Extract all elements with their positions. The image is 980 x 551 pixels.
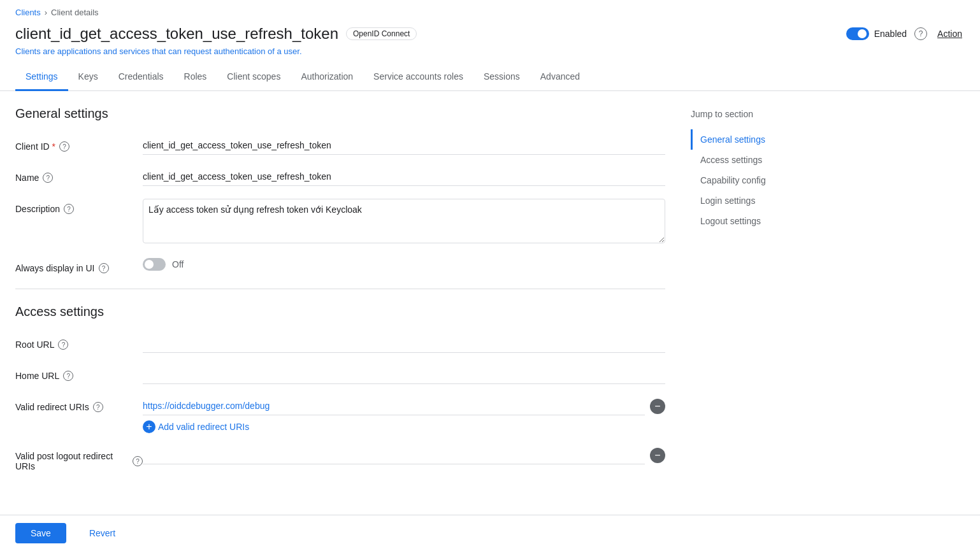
header-actions: Enabled ? Action <box>846 26 965 41</box>
valid-post-logout-help-icon[interactable]: ? <box>133 456 143 466</box>
save-button[interactable]: Save <box>15 523 66 535</box>
valid-post-logout-field <box>143 446 665 464</box>
client-id-field <box>143 136 665 155</box>
home-url-field <box>143 366 665 384</box>
valid-redirect-uris-field: + Add valid redirect URIs <box>143 397 665 433</box>
redirect-uri-input[interactable] <box>143 397 645 415</box>
tab-roles[interactable]: Roles <box>174 64 217 91</box>
header-help-icon[interactable]: ? <box>914 27 927 40</box>
post-logout-uri-row <box>143 446 665 464</box>
jump-item-login-settings[interactable]: Login settings <box>691 190 831 211</box>
revert-button[interactable]: Revert <box>74 523 131 535</box>
client-id-row: Client ID ? <box>15 136 665 155</box>
root-url-label: Root URL ? <box>15 334 143 350</box>
tab-client-scopes[interactable]: Client scopes <box>217 64 291 91</box>
tab-advanced[interactable]: Advanced <box>530 64 590 91</box>
section-divider <box>15 289 665 289</box>
client-id-help-icon[interactable]: ? <box>59 141 69 152</box>
name-input[interactable] <box>143 168 665 186</box>
root-url-input[interactable] <box>143 334 665 353</box>
always-display-value: Off <box>172 259 184 269</box>
tab-authorization[interactable]: Authorization <box>291 64 363 91</box>
enabled-toggle-container: Enabled <box>846 27 907 40</box>
plus-icon: + <box>143 420 155 433</box>
remove-post-logout-uri-button[interactable] <box>650 448 665 463</box>
tab-credentials[interactable]: Credentials <box>108 64 174 91</box>
valid-redirect-uris-label: Valid redirect URIs ? <box>15 397 143 412</box>
post-logout-uri-input[interactable] <box>143 446 645 464</box>
access-settings-title: Access settings <box>15 304 665 319</box>
root-url-field <box>143 334 665 353</box>
jump-item-capability-config[interactable]: Capability config <box>691 170 831 190</box>
general-settings-title: General settings <box>15 106 665 121</box>
breadcrumb-parent[interactable]: Clients <box>15 8 41 17</box>
jump-item-access-settings[interactable]: Access settings <box>691 150 831 170</box>
name-row: Name ? <box>15 168 665 186</box>
bottom-bar: Save Revert <box>0 515 980 535</box>
always-display-help-icon[interactable]: ? <box>99 263 109 273</box>
tab-service-accounts-roles[interactable]: Service accounts roles <box>363 64 473 91</box>
main-content: General settings Client ID ? Name ? <box>15 106 665 484</box>
always-display-label: Always display in UI ? <box>15 258 143 273</box>
always-display-toggle[interactable] <box>143 258 166 271</box>
description-help-icon[interactable]: ? <box>64 204 74 214</box>
home-url-row: Home URL ? <box>15 366 665 384</box>
client-id-input[interactable] <box>143 136 665 155</box>
tab-sessions[interactable]: Sessions <box>473 64 530 91</box>
remove-redirect-uri-button[interactable] <box>650 399 665 414</box>
jump-item-general-settings[interactable]: General settings <box>691 129 831 150</box>
action-button[interactable]: Action <box>935 26 965 41</box>
jump-sidebar: Jump to section General settings Access … <box>691 106 831 484</box>
jump-item-logout-settings[interactable]: Logout settings <box>691 211 831 231</box>
openid-badge: OpenID Connect <box>346 27 417 40</box>
home-url-input[interactable] <box>143 366 665 384</box>
always-display-field: Off <box>143 258 665 271</box>
page-subtitle: Clients are applications and services th… <box>15 47 965 56</box>
name-help-icon[interactable]: ? <box>43 173 53 183</box>
always-display-toggle-row: Off <box>143 258 665 271</box>
always-display-row: Always display in UI ? Off <box>15 258 665 273</box>
valid-post-logout-row: Valid post logout redirect URIs ? <box>15 446 665 471</box>
add-redirect-uri-label: Add valid redirect URIs <box>158 422 249 432</box>
enabled-toggle[interactable] <box>846 27 869 40</box>
tab-settings[interactable]: Settings <box>15 64 68 91</box>
description-field: Lấy access token sử dụng refresh token v… <box>143 199 665 245</box>
description-input[interactable]: Lấy access token sử dụng refresh token v… <box>143 199 665 243</box>
valid-redirect-uris-help-icon[interactable]: ? <box>93 402 103 412</box>
tab-keys[interactable]: Keys <box>68 64 108 91</box>
root-url-help-icon[interactable]: ? <box>58 340 68 350</box>
client-id-label: Client ID ? <box>15 136 143 152</box>
jump-items-list: General settings Access settings Capabil… <box>691 129 831 231</box>
valid-post-logout-label: Valid post logout redirect URIs ? <box>15 446 143 471</box>
uri-row-1 <box>143 397 665 415</box>
page-title: client_id_get_access_token_use_refresh_t… <box>15 25 338 43</box>
enabled-label: Enabled <box>874 29 907 39</box>
description-row: Description ? Lấy access token sử dụng r… <box>15 199 665 245</box>
tabs-container: Settings Keys Credentials Roles Client s… <box>0 64 980 91</box>
add-redirect-uri-link[interactable]: + Add valid redirect URIs <box>143 420 665 433</box>
page-header: client_id_get_access_token_use_refresh_t… <box>0 22 980 64</box>
breadcrumb: Clients › Client details <box>0 0 980 22</box>
root-url-row: Root URL ? <box>15 334 665 353</box>
name-field <box>143 168 665 186</box>
valid-redirect-uris-row: Valid redirect URIs ? + Add valid redire… <box>15 397 665 433</box>
breadcrumb-separator: › <box>45 8 47 17</box>
home-url-label: Home URL ? <box>15 366 143 381</box>
name-label: Name ? <box>15 168 143 183</box>
content-area: General settings Client ID ? Name ? <box>0 91 980 535</box>
description-label: Description ? <box>15 199 143 214</box>
jump-title: Jump to section <box>691 109 831 119</box>
breadcrumb-current: Client details <box>51 8 98 17</box>
home-url-help-icon[interactable]: ? <box>63 371 73 381</box>
